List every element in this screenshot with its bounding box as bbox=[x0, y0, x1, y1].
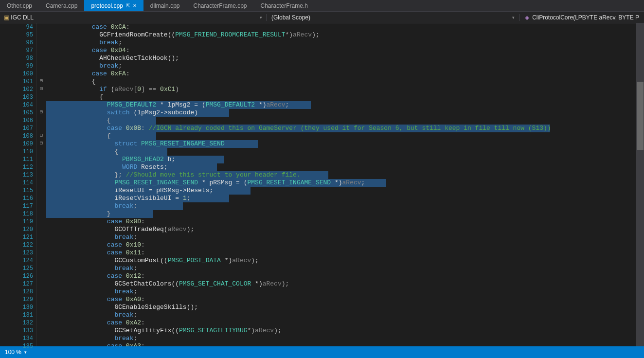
scroll-thumb[interactable] bbox=[637, 82, 644, 150]
tab-characterframe-cpp[interactable]: CharacterFrame.cpp bbox=[186, 0, 253, 11]
code-content[interactable]: case 0xCA: GCFriendRoomCreate((PMSG_FRIE… bbox=[46, 23, 644, 346]
close-icon[interactable]: ✕ bbox=[133, 3, 137, 8]
zoom-dropdown-icon[interactable]: ▾ bbox=[24, 350, 27, 355]
vertical-scrollbar[interactable] bbox=[636, 23, 644, 346]
tab-bar: Other.cpp Camera.cpp protocol.cpp ⇱ ✕ dl… bbox=[0, 0, 644, 12]
zoom-level[interactable]: 100 % bbox=[5, 349, 21, 356]
tab-characterframe-h[interactable]: CharacterFrame.h bbox=[254, 0, 315, 11]
navigation-bar: ▣ IGC DLL ▾ (Global Scope) ▾ ◈ CliProtoc… bbox=[0, 12, 644, 23]
status-bar: 100 % ▾ bbox=[0, 346, 644, 358]
fold-gutter[interactable]: ⊟⊟⊟⊟⊟ bbox=[36, 23, 46, 346]
tab-dllmain-cpp[interactable]: dllmain.cpp bbox=[143, 0, 187, 11]
scope-dropdown[interactable]: (Global Scope) ▾ bbox=[267, 14, 520, 21]
project-dropdown[interactable]: ▣ IGC DLL ▾ bbox=[0, 14, 267, 21]
project-icon: ▣ bbox=[4, 14, 9, 21]
tab-protocol-cpp[interactable]: protocol.cpp ⇱ ✕ bbox=[84, 0, 143, 11]
line-number-gutter: 9495969798991001011021031041051061071081… bbox=[0, 23, 36, 346]
tab-camera-cpp[interactable]: Camera.cpp bbox=[39, 0, 84, 11]
method-icon: ◈ bbox=[525, 14, 529, 21]
code-editor[interactable]: 9495969798991001011021031041051061071081… bbox=[0, 23, 644, 346]
chevron-down-icon: ▾ bbox=[512, 15, 515, 20]
chevron-down-icon: ▾ bbox=[260, 15, 262, 20]
pin-icon[interactable]: ⇱ bbox=[126, 3, 130, 8]
tab-other-cpp[interactable]: Other.cpp bbox=[0, 0, 39, 11]
function-dropdown[interactable]: ◈ CliProtocolCore(LPBYTE aRecv, BYTE P bbox=[520, 14, 644, 21]
